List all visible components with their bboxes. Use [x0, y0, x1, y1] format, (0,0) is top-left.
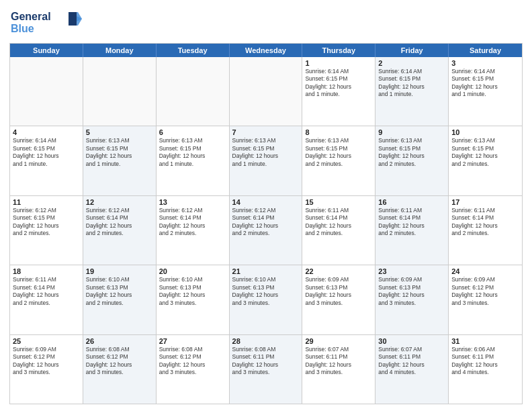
- day-of-week-friday: Friday: [375, 44, 449, 57]
- day-number: 10: [451, 128, 519, 136]
- calendar-cell: 27Sunrise: 6:08 AM Sunset: 6:12 PM Dayli…: [157, 335, 230, 404]
- calendar-cell: 6Sunrise: 6:13 AM Sunset: 6:15 PM Daylig…: [157, 126, 230, 195]
- calendar-cell: 5Sunrise: 6:13 AM Sunset: 6:15 PM Daylig…: [83, 126, 157, 195]
- cell-info: Sunrise: 6:14 AM Sunset: 6:15 PM Dayligh…: [13, 137, 80, 168]
- page: General Blue SundayMondayTuesdayWednesda…: [0, 0, 532, 411]
- calendar: SundayMondayTuesdayWednesdayThursdayFrid…: [9, 43, 523, 404]
- calendar-week-2: 4Sunrise: 6:14 AM Sunset: 6:15 PM Daylig…: [10, 126, 522, 195]
- day-number: 31: [451, 337, 519, 345]
- day-number: 15: [305, 198, 372, 206]
- day-number: 3: [451, 59, 519, 67]
- cell-info: Sunrise: 6:09 AM Sunset: 6:12 PM Dayligh…: [13, 346, 80, 377]
- calendar-cell: [157, 57, 230, 126]
- calendar-cell: [10, 57, 83, 126]
- cell-info: Sunrise: 6:06 AM Sunset: 6:11 PM Dayligh…: [451, 346, 519, 377]
- cell-info: Sunrise: 6:14 AM Sunset: 6:15 PM Dayligh…: [378, 68, 445, 99]
- cell-info: Sunrise: 6:08 AM Sunset: 6:11 PM Dayligh…: [232, 346, 300, 377]
- cell-info: Sunrise: 6:08 AM Sunset: 6:12 PM Dayligh…: [159, 346, 226, 377]
- calendar-cell: 26Sunrise: 6:08 AM Sunset: 6:12 PM Dayli…: [83, 335, 157, 404]
- cell-info: Sunrise: 6:08 AM Sunset: 6:12 PM Dayligh…: [86, 346, 153, 377]
- cell-info: Sunrise: 6:12 AM Sunset: 6:14 PM Dayligh…: [86, 207, 153, 238]
- calendar-cell: 16Sunrise: 6:11 AM Sunset: 6:14 PM Dayli…: [375, 196, 449, 265]
- day-number: 8: [305, 128, 372, 136]
- calendar-cell: 30Sunrise: 6:07 AM Sunset: 6:11 PM Dayli…: [375, 335, 449, 404]
- calendar-cell: 13Sunrise: 6:12 AM Sunset: 6:14 PM Dayli…: [157, 196, 230, 265]
- day-of-week-monday: Monday: [83, 44, 157, 57]
- day-number: 19: [86, 267, 153, 275]
- calendar-cell: 25Sunrise: 6:09 AM Sunset: 6:12 PM Dayli…: [10, 335, 83, 404]
- day-number: 25: [13, 337, 80, 345]
- cell-info: Sunrise: 6:10 AM Sunset: 6:13 PM Dayligh…: [86, 276, 153, 307]
- calendar-header: SundayMondayTuesdayWednesdayThursdayFrid…: [10, 44, 522, 57]
- day-number: 21: [232, 267, 300, 275]
- calendar-body: 1Sunrise: 6:14 AM Sunset: 6:15 PM Daylig…: [10, 57, 522, 404]
- cell-info: Sunrise: 6:07 AM Sunset: 6:11 PM Dayligh…: [305, 346, 372, 377]
- calendar-cell: 9Sunrise: 6:13 AM Sunset: 6:15 PM Daylig…: [375, 126, 449, 195]
- day-number: 9: [378, 128, 445, 136]
- cell-info: Sunrise: 6:07 AM Sunset: 6:11 PM Dayligh…: [378, 346, 445, 377]
- day-number: 27: [159, 337, 226, 345]
- calendar-cell: [230, 57, 303, 126]
- day-number: 7: [232, 128, 300, 136]
- calendar-cell: 3Sunrise: 6:14 AM Sunset: 6:15 PM Daylig…: [449, 57, 522, 126]
- calendar-cell: 17Sunrise: 6:11 AM Sunset: 6:14 PM Dayli…: [449, 196, 522, 265]
- day-of-week-saturday: Saturday: [449, 44, 522, 57]
- day-number: 12: [86, 198, 153, 206]
- day-number: 11: [13, 198, 80, 206]
- cell-info: Sunrise: 6:10 AM Sunset: 6:13 PM Dayligh…: [232, 276, 300, 307]
- day-number: 24: [451, 267, 519, 275]
- day-number: 30: [378, 337, 445, 345]
- calendar-cell: 23Sunrise: 6:09 AM Sunset: 6:13 PM Dayli…: [375, 265, 449, 334]
- calendar-week-3: 11Sunrise: 6:12 AM Sunset: 6:15 PM Dayli…: [10, 195, 522, 265]
- svg-text:General: General: [11, 11, 51, 22]
- calendar-cell: 22Sunrise: 6:09 AM Sunset: 6:13 PM Dayli…: [302, 265, 375, 334]
- day-number: 6: [159, 128, 226, 136]
- calendar-cell: 7Sunrise: 6:13 AM Sunset: 6:15 PM Daylig…: [230, 126, 303, 195]
- day-number: 14: [232, 198, 300, 206]
- day-number: 20: [159, 267, 226, 275]
- cell-info: Sunrise: 6:13 AM Sunset: 6:15 PM Dayligh…: [232, 137, 300, 168]
- day-number: 28: [232, 337, 300, 345]
- calendar-cell: 11Sunrise: 6:12 AM Sunset: 6:15 PM Dayli…: [10, 196, 83, 265]
- day-number: 29: [305, 337, 372, 345]
- cell-info: Sunrise: 6:09 AM Sunset: 6:12 PM Dayligh…: [451, 276, 519, 307]
- calendar-cell: 29Sunrise: 6:07 AM Sunset: 6:11 PM Dayli…: [302, 335, 375, 404]
- calendar-cell: [83, 57, 157, 126]
- day-of-week-thursday: Thursday: [302, 44, 375, 57]
- cell-info: Sunrise: 6:13 AM Sunset: 6:15 PM Dayligh…: [378, 137, 445, 168]
- cell-info: Sunrise: 6:13 AM Sunset: 6:15 PM Dayligh…: [305, 137, 372, 168]
- logo-text: General Blue: [9, 7, 83, 39]
- calendar-cell: 15Sunrise: 6:11 AM Sunset: 6:14 PM Dayli…: [302, 196, 375, 265]
- day-of-week-wednesday: Wednesday: [230, 44, 303, 57]
- calendar-cell: 1Sunrise: 6:14 AM Sunset: 6:15 PM Daylig…: [302, 57, 375, 126]
- cell-info: Sunrise: 6:11 AM Sunset: 6:14 PM Dayligh…: [451, 207, 519, 238]
- day-number: 1: [305, 59, 372, 67]
- day-number: 16: [378, 198, 445, 206]
- cell-info: Sunrise: 6:11 AM Sunset: 6:14 PM Dayligh…: [378, 207, 445, 238]
- calendar-week-1: 1Sunrise: 6:14 AM Sunset: 6:15 PM Daylig…: [10, 57, 522, 126]
- cell-info: Sunrise: 6:11 AM Sunset: 6:14 PM Dayligh…: [13, 276, 80, 307]
- day-number: 18: [13, 267, 80, 275]
- calendar-cell: 2Sunrise: 6:14 AM Sunset: 6:15 PM Daylig…: [375, 57, 449, 126]
- logo: General Blue: [9, 7, 83, 39]
- calendar-cell: 14Sunrise: 6:12 AM Sunset: 6:14 PM Dayli…: [230, 196, 303, 265]
- calendar-cell: 28Sunrise: 6:08 AM Sunset: 6:11 PM Dayli…: [230, 335, 303, 404]
- cell-info: Sunrise: 6:13 AM Sunset: 6:15 PM Dayligh…: [86, 137, 153, 168]
- day-of-week-tuesday: Tuesday: [157, 44, 230, 57]
- calendar-cell: 8Sunrise: 6:13 AM Sunset: 6:15 PM Daylig…: [302, 126, 375, 195]
- day-of-week-sunday: Sunday: [10, 44, 83, 57]
- day-number: 4: [13, 128, 80, 136]
- day-number: 17: [451, 198, 519, 206]
- cell-info: Sunrise: 6:13 AM Sunset: 6:15 PM Dayligh…: [159, 137, 226, 168]
- day-number: 13: [159, 198, 226, 206]
- calendar-cell: 24Sunrise: 6:09 AM Sunset: 6:12 PM Dayli…: [449, 265, 522, 334]
- calendar-cell: 31Sunrise: 6:06 AM Sunset: 6:11 PM Dayli…: [449, 335, 522, 404]
- cell-info: Sunrise: 6:13 AM Sunset: 6:15 PM Dayligh…: [451, 137, 519, 168]
- calendar-cell: 19Sunrise: 6:10 AM Sunset: 6:13 PM Dayli…: [83, 265, 157, 334]
- cell-info: Sunrise: 6:12 AM Sunset: 6:14 PM Dayligh…: [159, 207, 226, 238]
- calendar-cell: 18Sunrise: 6:11 AM Sunset: 6:14 PM Dayli…: [10, 265, 83, 334]
- day-number: 23: [378, 267, 445, 275]
- cell-info: Sunrise: 6:12 AM Sunset: 6:14 PM Dayligh…: [232, 207, 300, 238]
- cell-info: Sunrise: 6:09 AM Sunset: 6:13 PM Dayligh…: [378, 276, 445, 307]
- cell-info: Sunrise: 6:11 AM Sunset: 6:14 PM Dayligh…: [305, 207, 372, 238]
